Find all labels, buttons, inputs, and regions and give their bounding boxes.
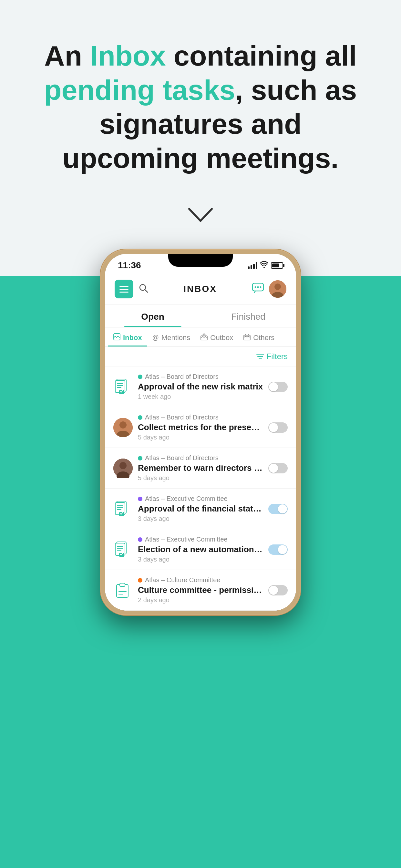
task-icon-document xyxy=(113,540,133,559)
svg-point-26 xyxy=(120,462,127,469)
subtab-inbox[interactable]: Inbox xyxy=(108,328,147,346)
task-content: Atlas – Culture Committee Culture commit… xyxy=(138,577,263,604)
hero-line2-suffix: , such as xyxy=(235,74,357,106)
tab-open[interactable]: Open xyxy=(105,305,201,327)
signal-icon xyxy=(248,262,257,269)
phone-inner: 11:36 xyxy=(105,254,296,611)
task-icon-document xyxy=(113,377,133,397)
svg-point-6 xyxy=(260,286,261,288)
sub-tabs: Inbox @ Mentions xyxy=(105,328,296,347)
phone-notch xyxy=(168,254,233,267)
task-toggle[interactable] xyxy=(268,382,288,392)
task-title: Approval of the new risk matrix xyxy=(138,382,263,392)
svg-point-4 xyxy=(255,286,256,288)
task-org: Atlas – Board of Directors xyxy=(138,373,263,380)
phone-section: 11:36 xyxy=(0,243,401,868)
task-org: Atlas – Board of Directors xyxy=(138,454,263,462)
task-toggle[interactable] xyxy=(268,585,288,595)
task-avatar-2 xyxy=(113,459,133,478)
task-item[interactable]: Atlas – Board of Directors Remember to w… xyxy=(105,448,296,489)
org-dot xyxy=(138,456,143,461)
app-title: INBOX xyxy=(148,284,252,294)
task-content: Atlas – Board of Directors Remember to w… xyxy=(138,454,263,482)
org-dot xyxy=(138,578,143,583)
org-name: Atlas – Board of Directors xyxy=(145,414,219,421)
phone-frame: 11:36 xyxy=(100,249,301,615)
chevron-container xyxy=(0,194,401,243)
task-toggle[interactable] xyxy=(268,545,288,555)
task-item[interactable]: Atlas – Culture Committee Culture commit… xyxy=(105,570,296,611)
svg-point-23 xyxy=(120,422,127,429)
org-name: Atlas – Board of Directors xyxy=(145,454,219,462)
task-item[interactable]: Atlas – Board of Directors Collect metri… xyxy=(105,407,296,448)
subtab-others[interactable]: Others xyxy=(238,328,280,346)
inbox-icon xyxy=(113,333,120,342)
wifi-icon xyxy=(260,261,268,270)
search-button[interactable] xyxy=(138,283,148,295)
hero-line4: upcoming meetings. xyxy=(62,142,339,174)
hero-title: An Inbox containing all pending tasks, s… xyxy=(26,39,375,175)
filters-row: Filters xyxy=(105,347,296,367)
phone-wrapper: 11:36 xyxy=(100,249,301,868)
svg-point-8 xyxy=(274,283,281,290)
svg-line-2 xyxy=(145,290,148,292)
phone-screen: 11:36 xyxy=(105,254,296,611)
hero-pending-highlight: pending tasks xyxy=(44,74,235,106)
task-org: Atlas – Culture Committee xyxy=(138,577,263,584)
task-org: Atlas – Board of Directors xyxy=(138,414,263,421)
task-org: Atlas – Executive Committee xyxy=(138,536,263,543)
hero-line1-suffix: containing all xyxy=(166,40,357,72)
svg-rect-11 xyxy=(201,336,207,340)
task-toggle[interactable] xyxy=(268,423,288,433)
svg-rect-41 xyxy=(120,583,125,586)
mention-icon: @ xyxy=(152,334,159,341)
task-title: Election of a new automation t... xyxy=(138,545,263,554)
task-title: Remember to warn directors abo... xyxy=(138,463,263,473)
hero-inbox-highlight: Inbox xyxy=(90,40,166,72)
hero-line3: signatures and xyxy=(99,108,302,140)
svg-point-5 xyxy=(257,286,259,288)
task-item[interactable]: Atlas – Executive Committee Election of … xyxy=(105,529,296,570)
svg-point-0 xyxy=(264,267,265,268)
task-title: Collect metrics for the presentat... xyxy=(138,423,263,432)
org-dot xyxy=(138,537,143,542)
org-dot xyxy=(138,497,143,501)
subtab-outbox[interactable]: Outbox xyxy=(195,328,238,346)
task-list: Atlas – Board of Directors Approval of t… xyxy=(105,367,296,611)
status-time: 11:36 xyxy=(118,260,141,271)
chat-button[interactable] xyxy=(252,283,264,296)
others-icon xyxy=(243,333,251,342)
task-time: 5 days ago xyxy=(138,474,263,482)
tab-finished[interactable]: Finished xyxy=(201,305,296,327)
task-icon-clipboard xyxy=(113,581,133,600)
task-item[interactable]: Atlas – Board of Directors Approval of t… xyxy=(105,367,296,407)
hero-line1-prefix: An xyxy=(44,40,90,72)
status-icons xyxy=(248,261,283,270)
task-item[interactable]: Atlas – Executive Committee Approval of … xyxy=(105,489,296,529)
task-content: Atlas – Executive Committee Election of … xyxy=(138,536,263,563)
hero-section: An Inbox containing all pending tasks, s… xyxy=(0,0,401,194)
menu-button[interactable] xyxy=(115,280,133,299)
task-org: Atlas – Executive Committee xyxy=(138,495,263,502)
subtab-mentions[interactable]: @ Mentions xyxy=(147,328,196,346)
org-name: Atlas – Board of Directors xyxy=(145,373,219,380)
svg-rect-12 xyxy=(244,335,250,340)
battery-icon xyxy=(271,262,283,269)
outbox-icon xyxy=(201,333,208,342)
org-name: Atlas – Culture Committee xyxy=(145,577,220,584)
task-time: 3 days ago xyxy=(138,556,263,563)
task-content: Atlas – Board of Directors Collect metri… xyxy=(138,414,263,441)
task-content: Atlas – Executive Committee Approval of … xyxy=(138,495,263,523)
task-toggle[interactable] xyxy=(268,463,288,473)
task-time: 2 days ago xyxy=(138,596,263,604)
task-title: Culture committee - permission to use im… xyxy=(138,585,263,595)
avatar[interactable] xyxy=(269,280,286,298)
task-content: Atlas – Board of Directors Approval of t… xyxy=(138,373,263,400)
org-dot xyxy=(138,415,143,420)
org-dot xyxy=(138,375,143,379)
filters-button[interactable]: Filters xyxy=(256,352,288,361)
task-time: 1 week ago xyxy=(138,393,263,400)
task-avatar xyxy=(113,418,133,437)
task-toggle[interactable] xyxy=(268,504,288,514)
org-name: Atlas – Executive Committee xyxy=(145,495,227,502)
